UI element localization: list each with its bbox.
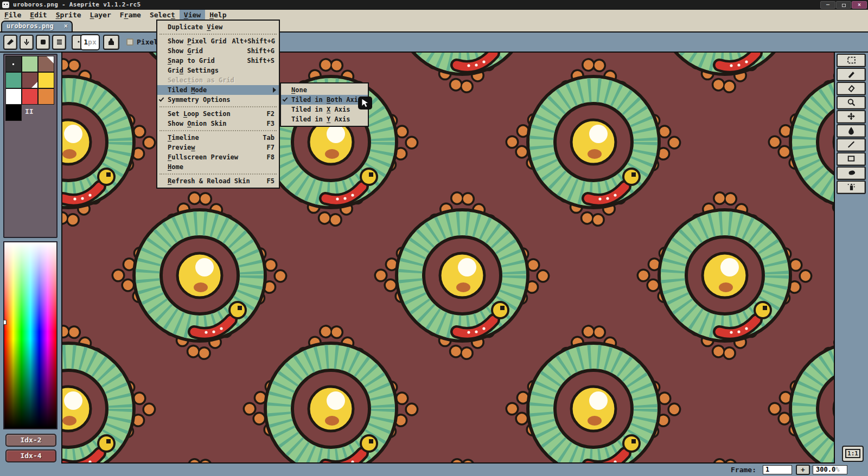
menubar-item-file[interactable]: File <box>0 10 25 21</box>
menu-item-shortcut: F3 <box>267 119 275 128</box>
submenu-item-tiled-y-axis[interactable]: Tiled in Y Axis <box>281 114 368 124</box>
menu-separator <box>159 173 277 175</box>
palette-swatch-7[interactable] <box>22 88 38 105</box>
palette-swatch-8[interactable] <box>38 88 54 105</box>
spray-tool[interactable] <box>837 181 866 194</box>
menu-item-set-loop-section[interactable]: Set Loop SectionF2 <box>157 109 279 119</box>
menu-separator <box>159 130 277 131</box>
menubar-item-edit[interactable]: Edit <box>25 10 51 21</box>
menu-item-symmetry-options[interactable]: Symmetry Options <box>157 95 279 105</box>
checkmark-icon <box>159 96 164 101</box>
pixel-perfect-checkbox[interactable] <box>126 38 133 46</box>
mouse-cursor <box>358 97 372 112</box>
rectangle-icon <box>846 154 856 163</box>
contour-tool[interactable] <box>837 166 866 180</box>
menu-item-show-onion-skin[interactable]: Show Onion SkinF3 <box>157 119 279 128</box>
menubar-item-sprite[interactable]: Sprite <box>52 10 86 21</box>
square-icon[interactable] <box>36 35 50 50</box>
pencil-icon <box>846 69 856 79</box>
menu-item-label: Show Pixel Grid <box>168 36 226 46</box>
palette-swatch-6[interactable] <box>5 88 22 105</box>
menu-item-timeline[interactable]: TimelineTab <box>157 133 279 143</box>
menu-item-shortcut: F2 <box>267 109 275 119</box>
menu-item-home[interactable]: Home <box>157 162 279 172</box>
eraser-icon <box>846 83 856 93</box>
menubar-item-help[interactable]: Help <box>205 10 231 21</box>
menubar-item-frame[interactable]: Frame <box>116 10 145 21</box>
submenu-item-tiled-x-axis[interactable]: Tiled in X Axis <box>281 105 368 114</box>
paint-bucket-icon <box>846 126 856 135</box>
menubar-item-layer[interactable]: Layer <box>86 10 116 21</box>
tab-close-icon[interactable]: × <box>64 22 68 30</box>
menu-item-grid-settings[interactable]: Grid Settings <box>157 66 279 75</box>
menu-item-fullscreen-preview[interactable]: Fullscreen PreviewF8 <box>157 152 279 162</box>
menu-separator <box>159 34 277 35</box>
menu-item-label: Show Grid <box>168 46 203 56</box>
foreground-color-button[interactable]: Idx-2 <box>5 434 56 447</box>
menu-item-refresh-reload-skin[interactable]: Refresh & Reload SkinF5 <box>157 176 279 186</box>
close-button[interactable]: × <box>852 1 867 9</box>
palette-swatch-5[interactable] <box>38 72 54 88</box>
menu-item-label: Fullscreen Preview <box>168 152 238 162</box>
menu-item-label: Refresh & Reload Skin <box>168 176 250 186</box>
move-tool[interactable] <box>837 110 866 124</box>
menu-item-label: Selection as Grid <box>168 75 234 85</box>
menu-item-label: Sprite <box>56 11 81 19</box>
menu-item-preview[interactable]: PreviewF7 <box>157 143 279 152</box>
minimize-button[interactable]: – <box>820 1 835 9</box>
eraser-tool[interactable] <box>837 82 866 95</box>
maximize-button[interactable] <box>836 1 851 9</box>
pencil-mini-icon[interactable] <box>3 35 17 50</box>
frame-label: Frame: <box>731 466 756 474</box>
color-spectrum-picker[interactable] <box>3 241 58 429</box>
zoom-level-field[interactable]: 300.0% <box>813 465 847 474</box>
palette-panel: II <box>3 54 58 238</box>
restore-icon <box>842 4 846 7</box>
menu-item-duplicate-view[interactable]: Duplicate View <box>157 22 279 32</box>
menu-item-shortcut: Shift+G <box>247 46 275 56</box>
palette-swatch-4[interactable] <box>22 72 38 88</box>
add-frame-button[interactable]: + <box>796 465 810 475</box>
tab-uroboros[interactable]: uroboros.png × <box>1 21 73 31</box>
menu-item-label: Preview <box>168 143 195 152</box>
spectrum-marker[interactable] <box>3 320 7 325</box>
menu-separator <box>159 106 277 107</box>
zoom-tool[interactable] <box>837 96 866 110</box>
menu-item-tiled-mode[interactable]: Tiled Mode <box>157 85 279 95</box>
menu-item-label: Tiled Mode <box>168 85 207 95</box>
line-tool[interactable] <box>837 138 866 152</box>
menu-item-shortcut: F5 <box>267 176 275 186</box>
paint-bucket-tool[interactable] <box>837 124 866 138</box>
brush-size-field[interactable]: 1px <box>80 34 100 50</box>
one-to-one-zoom-button[interactable]: 1:1 <box>842 446 864 462</box>
ink-bottle-icon[interactable] <box>103 35 119 50</box>
menu-item-label: Grid Settings <box>168 66 219 75</box>
menu-item-label: Snap to Grid <box>168 56 215 66</box>
menubar-item-view[interactable]: View <box>180 10 205 21</box>
submenu-item-tiled-none[interactable]: None <box>281 85 368 95</box>
menu-item-label: Show Onion Skin <box>168 119 226 128</box>
background-color-button[interactable]: Idx-4 <box>5 449 56 462</box>
submenu-item-tiled-both[interactable]: Tiled in Both Axis <box>281 95 368 105</box>
list-icon[interactable] <box>52 35 66 50</box>
menu-item-show-grid[interactable]: Show GridShift+G <box>157 46 279 56</box>
frame-number-input[interactable]: 1 <box>763 465 792 474</box>
magnifier-icon <box>846 98 856 107</box>
menu-item-label: Tiled in Y Axis <box>291 114 350 124</box>
pencil-tool[interactable] <box>837 68 866 81</box>
palette-swatch-0[interactable] <box>5 56 22 72</box>
arrow-down-icon[interactable] <box>20 35 34 50</box>
menu-item-shortcut: F8 <box>267 152 275 162</box>
palette-swatch-3[interactable] <box>5 72 22 88</box>
palette-swatch-2[interactable] <box>38 56 54 72</box>
palette-swatch-1[interactable] <box>22 56 38 72</box>
menubar-item-select[interactable]: Select <box>145 10 180 21</box>
palette-swatch-9[interactable] <box>5 105 22 121</box>
rectangle-tool[interactable] <box>837 152 866 166</box>
menu-item-snap-to-grid[interactable]: Snap to GridShift+S <box>157 56 279 66</box>
tab-bar: uroboros.png × <box>0 21 868 31</box>
marquee-tool[interactable] <box>837 54 866 67</box>
menu-item-shortcut: Tab <box>263 133 275 143</box>
menu-item-show-pixel-grid[interactable]: Show Pixel GridAlt+Shift+G <box>157 36 279 46</box>
marquee-icon <box>846 55 856 65</box>
